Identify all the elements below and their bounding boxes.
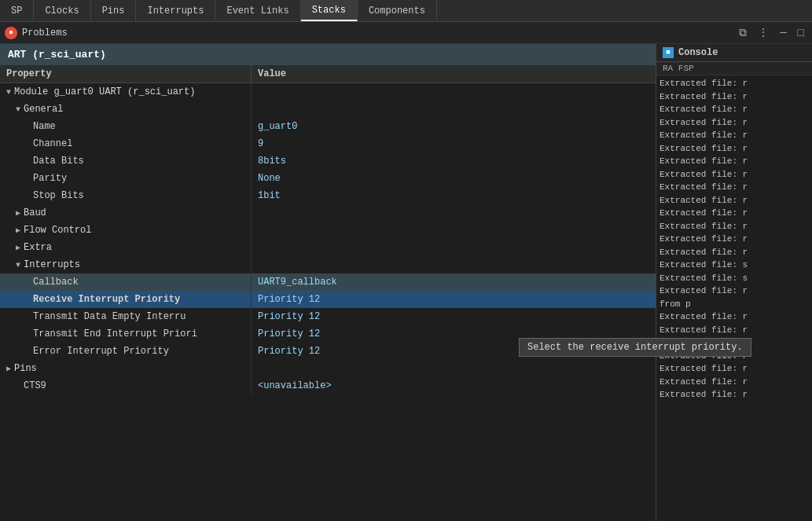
tree-cell-value (252, 360, 264, 377)
console-line: Extracted file: r (660, 310, 809, 324)
tree-row[interactable]: Channel9 (0, 135, 656, 152)
tab-event-links[interactable]: Event Links (215, 0, 300, 21)
tree-cell-prop: Callback (0, 273, 252, 291)
tree-row[interactable]: CTS9<unavailable> (0, 377, 656, 394)
tree-cell-value: Priority 12 (252, 325, 326, 343)
maximize-icon[interactable]: □ (795, 25, 807, 41)
tree-arrow-icon[interactable] (13, 243, 24, 252)
console-line: from p (660, 298, 809, 311)
console-line: Extracted file: r (660, 246, 809, 259)
console-icon: ■ (663, 47, 674, 58)
tree-row-label: Data Bits (33, 156, 84, 167)
tree-cell-value (252, 256, 264, 273)
tree-row[interactable]: Receive Interrupt PriorityPriority 12 (0, 291, 656, 308)
tab-sp[interactable]: SP (0, 0, 34, 21)
tree-cell-prop: Transmit End Interrupt Priori (0, 325, 252, 343)
tree-cell-prop: Transmit Data Empty Interru (0, 308, 252, 325)
tab-clocks[interactable]: Clocks (34, 0, 90, 21)
console-line: Extracted file: r (660, 142, 809, 156)
tree-row-label: Flow Control (24, 225, 91, 236)
tree-arrow-icon[interactable] (3, 364, 14, 373)
console-line: Extracted file: s (660, 259, 809, 272)
tree-row[interactable]: Interrupts (0, 256, 656, 273)
kebab-menu-icon[interactable]: ⋮ (755, 24, 772, 41)
tree-cell-value (252, 204, 264, 222)
console-line: Extracted file: r (660, 129, 809, 142)
tab-pins[interactable]: Pins (91, 0, 137, 21)
tree-cell-value: g_uart0 (252, 118, 303, 135)
tree-arrow-icon[interactable] (13, 226, 24, 235)
left-panel: ART (r_sci_uart) Property Value Module g… (0, 44, 656, 521)
tree-row-label: Pins (14, 363, 37, 374)
tree-cell-value: <unavailable> (252, 377, 338, 394)
tree-arrow-icon[interactable] (13, 208, 24, 218)
tree-row-label: Receive Interrupt Priority (33, 294, 180, 305)
minimize-icon[interactable]: ─ (777, 25, 789, 41)
problems-label: Problems (22, 28, 68, 39)
console-line: Extracted file: r (660, 207, 809, 220)
console-line: Extracted file: r (660, 362, 809, 376)
tree-row-label: Callback (33, 277, 79, 288)
property-col-header: Property (0, 65, 252, 83)
tree-row[interactable]: Nameg_uart0 (0, 118, 656, 135)
tree-row[interactable]: Data Bits8bits (0, 152, 656, 170)
console-body[interactable]: Extracted file: rExtracted file: rExtrac… (656, 75, 812, 521)
tree-arrow-icon[interactable] (3, 88, 14, 97)
tree-cell-prop: Error Interrupt Priority (0, 343, 252, 360)
tab-interrupts[interactable]: Interrupts (136, 0, 215, 21)
tree-row-label: CTS9 (24, 380, 46, 391)
tree-row[interactable]: General (0, 101, 656, 118)
tree-row[interactable]: Error Interrupt PriorityPriority 12 (0, 343, 656, 360)
tree-row[interactable]: Transmit End Interrupt PrioriPriority 12 (0, 325, 656, 343)
console-line: Extracted file: r (660, 77, 809, 90)
tree-row-label: Channel (33, 138, 72, 149)
tree-cell-value: 9 (252, 135, 270, 152)
right-panel: ■ Console RA FSP Extracted file: rExtrac… (656, 44, 812, 521)
tree-cell-value: Priority 12 (252, 308, 326, 325)
console-header: ■ Console (656, 44, 812, 62)
tree-cell-prop: Channel (0, 135, 252, 152)
tree-row[interactable]: Stop Bits1bit (0, 187, 656, 204)
console-line: Extracted file: r (660, 194, 809, 207)
console-subtitle: RA FSP (656, 62, 812, 75)
tree-body[interactable]: Module g_uart0 UART (r_sci_uart)GeneralN… (0, 83, 656, 521)
tab-components[interactable]: Components (358, 0, 437, 21)
tree-arrow-icon[interactable] (13, 261, 24, 270)
tree-row[interactable]: Transmit Data Empty InterruPriority 12 (0, 308, 656, 325)
tree-arrow-icon[interactable] (13, 105, 24, 114)
console-line: Extracted file: r (660, 168, 809, 182)
tree-row-label: Name (33, 121, 56, 132)
tree-cell-value (252, 83, 264, 101)
tab-stacks[interactable]: Stacks (301, 0, 358, 21)
tree-row[interactable]: Baud (0, 204, 656, 222)
tree-cell-value: Priority 12 (252, 291, 326, 308)
tree-row-label: General (24, 104, 63, 115)
tree-cell-prop: Name (0, 118, 252, 135)
console-line: Extracted file: r (660, 90, 809, 104)
tree-row[interactable]: Pins (0, 360, 656, 377)
tree-cell-value (252, 101, 264, 118)
tree-row-label: Transmit End Interrupt Priori (33, 328, 197, 339)
tree-cell-prop: Interrupts (0, 256, 252, 273)
tab-bar: SP Clocks Pins Interrupts Event Links St… (0, 0, 812, 22)
tree-row[interactable]: CallbackUART9_callback (0, 273, 656, 291)
tree-row-label: Stop Bits (33, 190, 84, 201)
console-line: Extracted file: r (660, 388, 809, 402)
tree-row[interactable]: Module g_uart0 UART (r_sci_uart) (0, 83, 656, 101)
console-line: Extracted file: r (660, 103, 809, 116)
tree-cell-value: 1bit (252, 187, 287, 204)
tree-cell-prop: Flow Control (0, 222, 252, 239)
tree-cell-prop: General (0, 101, 252, 118)
value-col-header: Value (252, 65, 292, 83)
new-window-icon[interactable]: ⧉ (736, 25, 750, 41)
tree-cell-prop: Receive Interrupt Priority (0, 291, 252, 308)
tree-cell-prop: Module g_uart0 UART (r_sci_uart) (0, 83, 252, 101)
console-line: Extracted file: s (660, 272, 809, 285)
tree-row[interactable]: Flow Control (0, 222, 656, 239)
tree-cell-prop: Parity (0, 170, 252, 187)
tree-row[interactable]: Extra (0, 239, 656, 256)
tree-row[interactable]: ParityNone (0, 170, 656, 187)
console-line: Extracted file: r (660, 233, 809, 246)
tree-cell-prop: Baud (0, 204, 252, 222)
tree-cell-value: 8bits (252, 152, 292, 170)
